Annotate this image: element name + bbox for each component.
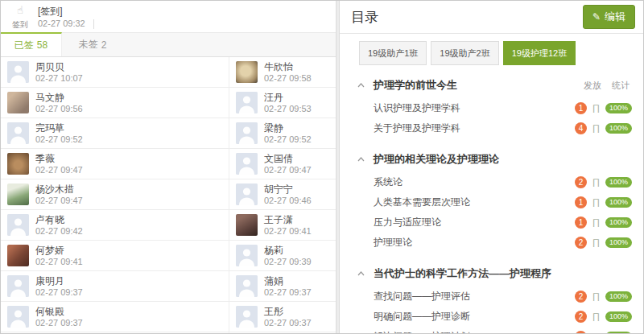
student-row[interactable]: 胡宁宁 02-27 09:46	[229, 179, 336, 210]
student-row[interactable]: 季薇 02-27 09:47	[1, 149, 229, 179]
stats-icon[interactable]: ∏	[592, 238, 600, 247]
signin-activity[interactable]: ☝ 签到	[7, 5, 33, 31]
student-signin-time: 02-27 10:07	[35, 72, 83, 84]
student-row[interactable]: 康明月 02-27 09:37	[1, 271, 229, 302]
class-tab[interactable]: 19级护理12班	[503, 41, 576, 65]
student-row[interactable]: 汪丹 02-27 09:53	[229, 88, 336, 118]
stats-icon[interactable]: ∏	[592, 104, 600, 113]
chapter-header[interactable]: 护理的相关理论及护理理论	[357, 152, 632, 167]
completion-badge[interactable]: 100%	[605, 177, 632, 188]
signin-icon-label: 签到	[12, 20, 28, 29]
chapter-item-label: 护理理论	[374, 236, 412, 249]
student-row[interactable]: 蒲娟 02-27 09:37	[229, 271, 336, 302]
default-avatar-icon	[236, 183, 258, 205]
student-row[interactable]: 牛欣怡 02-27 09:58	[229, 57, 336, 88]
student-row[interactable]: 何银殿 02-27 09:37	[1, 302, 229, 332]
tab-unsigned-count: 2	[101, 39, 107, 51]
tab-unsigned[interactable]: 未签 2	[62, 33, 123, 56]
student-row[interactable]: 周贝贝 02-27 10:07	[1, 57, 229, 88]
chapter-item[interactable]: 系统论 2 ∏ 100%	[374, 172, 632, 192]
student-name: 季薇	[35, 153, 83, 164]
student-signin-time: 02-27 09:37	[264, 317, 312, 328]
chapter-item-label: 查找问题——护理评估	[374, 290, 470, 303]
student-row[interactable]: 杨沙木措 02-27 09:47	[1, 179, 229, 210]
chapter-item[interactable]: 明确问题——护理诊断 2 ∏ 100%	[374, 307, 632, 327]
release-count-badge: 4	[575, 122, 587, 134]
stats-icon[interactable]: ∏	[592, 218, 600, 227]
stats-icon[interactable]: ∏	[592, 198, 600, 207]
column-headers: 发放 统计	[584, 80, 632, 92]
student-name: 汪丹	[264, 92, 312, 103]
student-row[interactable]: 杨莉 02-27 09:39	[229, 241, 336, 271]
chapter-item[interactable]: 压力与适应理论 1 ∏ 100%	[374, 212, 632, 233]
chapter-items: 系统论 2 ∏ 100% 人类基本需要层次理论 1 ∏ 100% 压力与适应理论…	[374, 172, 632, 253]
completion-badge[interactable]: 100%	[605, 123, 632, 134]
stats-icon[interactable]: ∏	[592, 124, 600, 133]
chapter-item-label: 系统论	[374, 175, 402, 189]
signin-header: ☝ 签到 [签到] 02-27 09:32	[1, 1, 336, 32]
chapter-header[interactable]: 当代护士的科学工作方法——护理程序	[357, 266, 632, 281]
default-avatar-icon	[7, 214, 29, 236]
student-avatar	[7, 92, 29, 113]
completion-badge[interactable]: 100%	[605, 197, 632, 208]
stats-icon[interactable]: ∏	[592, 312, 600, 321]
chapter: 护理的相关理论及护理理论 系统论 2 ∏ 100% 人类基本需要层次理论 1 ∏…	[357, 152, 632, 253]
edit-button-label: 编辑	[605, 10, 625, 24]
student-row[interactable]: 何梦娇 02-27 09:41	[1, 241, 229, 271]
chapter-item[interactable]: 人类基本需要层次理论 1 ∏ 100%	[374, 192, 632, 212]
stats-icon[interactable]: ∏	[592, 332, 600, 333]
student-column-1: 周贝贝 02-27 10:07 马文静 02-27 09:56 完玛草 02-2…	[1, 57, 229, 333]
completion-badge[interactable]: 100%	[605, 103, 632, 113]
student-row[interactable]: 卢有晓 02-27 09:42	[1, 210, 229, 241]
student-name: 杨沙木措	[35, 183, 83, 195]
chapter-item[interactable]: 解决问题——护理计划 2 ∏ 100%	[374, 327, 632, 333]
chapter-header[interactable]: 护理学的前世今生 发放 统计	[357, 78, 632, 93]
pencil-icon: ✎	[592, 11, 601, 23]
chevron-up-icon	[357, 157, 365, 162]
completion-badge[interactable]: 100%	[605, 332, 632, 333]
student-row[interactable]: 王子潇 02-27 09:41	[229, 210, 336, 241]
completion-badge[interactable]: 100%	[605, 311, 632, 322]
student-row[interactable]: 文国倩 02-27 09:47	[229, 149, 336, 179]
chapter-items: 认识护理及护理学科 1 ∏ 100% 关于护理及护理学科 4 ∏ 100%	[374, 98, 632, 138]
chapter-title: 当代护士的科学工作方法——护理程序	[374, 266, 551, 281]
default-avatar-icon	[236, 153, 258, 175]
student-avatar	[236, 306, 258, 328]
student-avatar	[7, 61, 29, 83]
chapter-item[interactable]: 查找问题——护理评估 2 ∏ 100%	[374, 287, 632, 307]
student-row[interactable]: 王彤 02-27 09:37	[229, 302, 336, 332]
student-signin-time: 02-27 09:41	[264, 225, 312, 237]
release-count-badge: 1	[575, 196, 587, 208]
chapter-list: 护理学的前世今生 发放 统计 认识护理及护理学科 1 ∏ 100% 关于护理及护…	[340, 65, 643, 333]
student-avatar	[7, 245, 29, 266]
student-column-2: 牛欣怡 02-27 09:58 汪丹 02-27 09:53 梁静 02-27 …	[229, 57, 336, 333]
chapter-item-label: 人类基本需要层次理论	[374, 196, 470, 209]
class-tabs: 19级助产1班 19级助产2班 19级护理12班	[340, 34, 643, 65]
student-row[interactable]: 马文静 02-27 09:56	[1, 88, 229, 118]
completion-badge[interactable]: 100%	[605, 217, 632, 228]
edit-button[interactable]: ✎ 编辑	[583, 5, 635, 29]
tab-signed-label: 已签	[14, 39, 34, 52]
student-row[interactable]: 梁静 02-27 09:52	[229, 118, 336, 149]
default-avatar-icon	[7, 61, 29, 83]
chapter-item[interactable]: 关于护理及护理学科 4 ∏ 100%	[374, 118, 632, 138]
class-tab[interactable]: 19级助产1班	[359, 41, 427, 65]
chapter-item[interactable]: 认识护理及护理学科 1 ∏ 100%	[374, 98, 632, 118]
stats-icon[interactable]: ∏	[592, 292, 600, 301]
student-name: 康明月	[35, 275, 83, 287]
tab-signed[interactable]: 已签 58	[1, 32, 62, 56]
default-avatar-icon	[236, 122, 258, 144]
chapter-item[interactable]: 护理理论 2 ∏ 100%	[374, 233, 632, 253]
completion-badge[interactable]: 100%	[605, 237, 632, 248]
chapter: 护理学的前世今生 发放 统计 认识护理及护理学科 1 ∏ 100% 关于护理及护…	[357, 78, 632, 138]
student-row[interactable]: 完玛草 02-27 09:52	[1, 118, 229, 149]
release-count-badge: 1	[575, 102, 587, 114]
student-avatar	[7, 153, 29, 175]
stats-icon[interactable]: ∏	[592, 178, 600, 187]
student-name: 马文静	[35, 92, 83, 103]
student-signin-time: 02-27 09:37	[35, 317, 83, 328]
student-name: 胡宁宁	[264, 183, 312, 195]
student-name: 王子潇	[264, 214, 312, 225]
class-tab[interactable]: 19级助产2班	[431, 41, 498, 65]
completion-badge[interactable]: 100%	[605, 291, 632, 302]
